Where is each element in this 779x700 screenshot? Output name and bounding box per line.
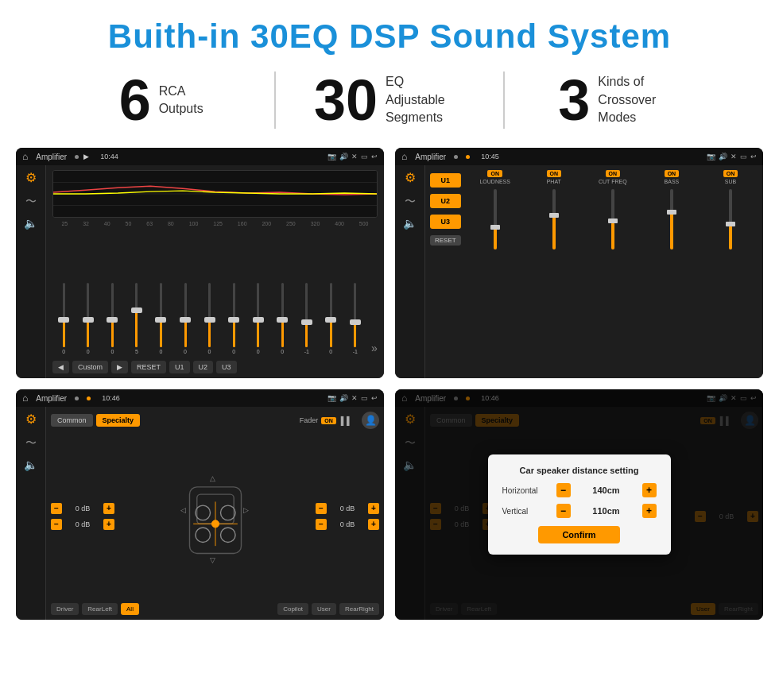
eq-icon[interactable]: ⚙	[25, 172, 37, 184]
db-plus-0[interactable]: +	[103, 503, 114, 514]
cutfreq-toggle[interactable]: ON	[606, 170, 621, 177]
svg-text:▷: ▷	[243, 506, 249, 514]
eq-slider-9[interactable]: 0	[271, 283, 294, 354]
eq-slider-8[interactable]: 0	[246, 283, 269, 354]
vertical-label: Vertical	[502, 507, 550, 516]
eq-slider-12[interactable]: -1	[344, 283, 367, 354]
rec-dot-2	[454, 155, 458, 159]
sub-slider[interactable]	[703, 186, 758, 249]
bass-toggle[interactable]: ON	[665, 170, 680, 177]
eq-slider-11[interactable]: 0	[320, 283, 343, 354]
eq-slider-3[interactable]: 5	[126, 283, 149, 354]
eq-slider-2[interactable]: 0	[101, 283, 124, 354]
channel-sub: ON SUB	[703, 170, 758, 373]
loudness-toggle[interactable]: ON	[487, 170, 502, 177]
phat-toggle[interactable]: ON	[547, 170, 562, 177]
db-control-0: − 0 dB +	[51, 503, 114, 514]
play-btn[interactable]: ▶	[111, 361, 128, 373]
user-icon-3[interactable]: 👤	[362, 412, 379, 429]
screen-fader: ⌂ Amplifier 10:46 📷🔊✕▭↩ ⚙ 〜 🔈 Common Spe…	[16, 389, 384, 620]
wave-icon[interactable]: 〜	[25, 195, 37, 207]
copilot-btn-3[interactable]: Copilot	[277, 603, 308, 615]
horizontal-label: Horizontal	[502, 486, 550, 495]
custom-btn[interactable]: Custom	[72, 361, 108, 373]
play-dot-1	[75, 155, 79, 159]
screen2-time: 10:45	[481, 153, 499, 160]
vertical-row: Vertical − 110cm +	[502, 504, 657, 518]
driver-btn-3[interactable]: Driver	[51, 603, 79, 615]
loudness-slider[interactable]	[467, 186, 523, 249]
horizontal-val: 140cm	[574, 485, 639, 495]
db-plus-2[interactable]: +	[368, 503, 379, 514]
screen3-time: 10:46	[102, 394, 120, 402]
rearleft-btn-3[interactable]: RearLeft	[82, 603, 118, 615]
db-plus-1[interactable]: +	[103, 519, 114, 530]
db-minus-3[interactable]: −	[316, 519, 327, 530]
fader-right: − 0 dB + − 0 dB +	[316, 432, 379, 600]
sub-toggle[interactable]: ON	[723, 170, 738, 177]
stat-number-6: 6	[119, 72, 151, 129]
db-minus-1[interactable]: −	[51, 519, 62, 530]
db-val-2: 0 dB	[329, 505, 366, 512]
speaker-icon[interactable]: 🔈	[24, 218, 37, 229]
eq-icon-3[interactable]: ⚙	[25, 413, 37, 426]
db-plus-3[interactable]: +	[368, 519, 379, 530]
vertical-minus-btn[interactable]: −	[556, 504, 571, 518]
vertical-plus-btn[interactable]: +	[642, 504, 657, 518]
speaker-icon-2[interactable]: 🔈	[403, 218, 417, 229]
home-icon-3[interactable]: ⌂	[22, 393, 28, 404]
u1-preset-btn[interactable]: U1	[430, 173, 461, 188]
reset-btn-2[interactable]: RESET	[430, 235, 461, 246]
stat-crossover: 3 Kinds ofCrossover Modes	[505, 72, 731, 129]
eq-slider-0[interactable]: 0	[52, 283, 76, 354]
rearright-btn-3[interactable]: RearRight	[339, 603, 379, 615]
eq-slider-1[interactable]: 0	[77, 283, 100, 354]
db-minus-0[interactable]: −	[51, 503, 62, 514]
screen-crossover: ⌂ Amplifier 10:45 📷🔊✕▭↩ ⚙ 〜 🔈 U1 U2 U3 R…	[395, 148, 763, 378]
channel-loudness: ON LOUDNESS	[467, 170, 523, 373]
eq-slider-5[interactable]: 0	[174, 283, 197, 354]
eq-slider-7[interactable]: 0	[223, 283, 246, 354]
status-icons-1: 📷🔊✕▭↩	[327, 153, 378, 160]
horizontal-control: − 140cm +	[556, 483, 657, 497]
u3-preset-btn[interactable]: U3	[430, 215, 461, 229]
eq-slider-10[interactable]: -1	[295, 283, 318, 354]
speaker-icon-3[interactable]: 🔈	[24, 459, 37, 470]
db-control-1: − 0 dB +	[51, 519, 114, 530]
wave-icon-3[interactable]: 〜	[25, 437, 37, 448]
eq-bottom-bar: ◀ Custom ▶ RESET U1 U2 U3	[52, 358, 378, 373]
stat-text-eq: EQ AdjustableSegments	[386, 73, 465, 126]
preset-col: U1 U2 U3 RESET	[430, 170, 461, 373]
u2-preset-btn[interactable]: U2	[430, 194, 461, 208]
screen1-title: Amplifier	[36, 153, 67, 161]
horizontal-plus-btn[interactable]: +	[642, 483, 657, 497]
common-tab-3[interactable]: Common	[51, 414, 93, 427]
cutfreq-label: CUT FREQ	[599, 179, 627, 184]
svg-point-9	[220, 527, 235, 542]
u3-btn-1[interactable]: U3	[216, 361, 237, 373]
all-btn-3[interactable]: All	[121, 603, 139, 615]
eq-slider-4[interactable]: 0	[149, 283, 172, 354]
u1-btn-1[interactable]: U1	[169, 361, 190, 373]
phat-slider[interactable]	[526, 186, 582, 249]
cutfreq-slider[interactable]	[585, 186, 641, 249]
u2-btn-1[interactable]: U2	[193, 361, 214, 373]
expand-arrows[interactable]: »	[371, 342, 378, 354]
user-btn-3[interactable]: User	[312, 603, 336, 615]
bass-slider[interactable]	[644, 186, 700, 249]
svg-point-6	[195, 505, 210, 520]
eq-slider-6[interactable]: 0	[198, 283, 221, 354]
reset-btn-1[interactable]: RESET	[131, 361, 166, 373]
home-icon-2[interactable]: ⌂	[401, 151, 407, 162]
db-minus-2[interactable]: −	[316, 503, 327, 514]
play-icon-1: ▶	[83, 153, 89, 160]
prev-btn[interactable]: ◀	[52, 361, 69, 373]
confirm-button[interactable]: Confirm	[538, 526, 619, 543]
wave-icon-2[interactable]: 〜	[405, 195, 416, 207]
vertical-val: 110cm	[574, 506, 639, 516]
channel-phat: ON PHAT	[526, 170, 582, 373]
eq-icon-2[interactable]: ⚙	[405, 172, 416, 184]
specialty-tab-3[interactable]: Specialty	[96, 414, 141, 427]
home-icon-1[interactable]: ⌂	[22, 151, 28, 162]
horizontal-minus-btn[interactable]: −	[556, 483, 571, 497]
